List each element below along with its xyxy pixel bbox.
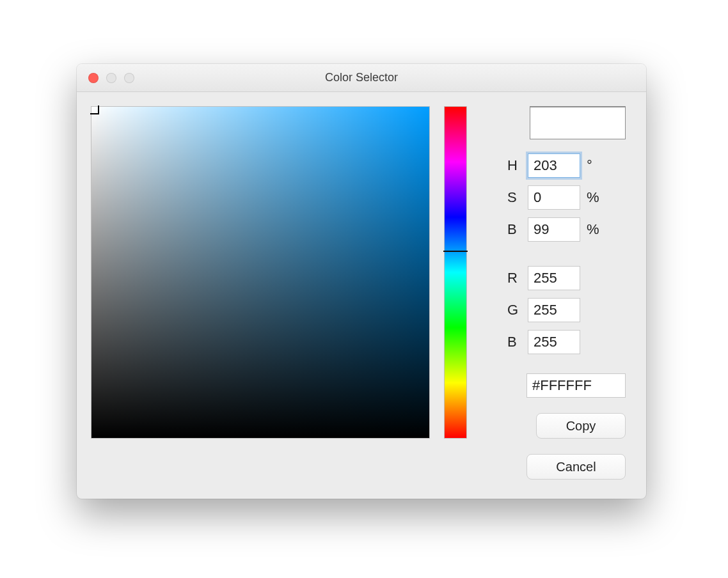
percent-unit: % <box>587 221 601 238</box>
hue-input[interactable] <box>528 153 580 178</box>
percent-unit: % <box>587 189 601 206</box>
brightness-label: B <box>507 221 521 238</box>
titlebar: Color Selector <box>77 64 646 92</box>
hue-label: H <box>507 157 521 174</box>
saturation-field-row: S % <box>507 185 626 210</box>
right-panel: H ° S % B % R G <box>481 106 632 485</box>
color-swatch <box>530 106 626 139</box>
color-selector-window: Color Selector H ° S % B % <box>77 64 646 499</box>
saturation-brightness-picker[interactable] <box>91 106 430 439</box>
traffic-lights <box>77 73 134 83</box>
brightness-field-row: B % <box>507 217 626 242</box>
blue-input[interactable] <box>528 330 580 354</box>
red-input[interactable] <box>528 266 580 290</box>
hex-input[interactable] <box>526 373 626 398</box>
content-area: H ° S % B % R G <box>77 92 646 499</box>
hue-slider[interactable] <box>444 106 467 439</box>
hue-field-row: H ° <box>507 153 626 178</box>
blue-field-row: B <box>507 330 626 354</box>
brightness-input[interactable] <box>528 217 580 242</box>
sb-cursor-icon <box>90 105 99 114</box>
cancel-button[interactable]: Cancel <box>526 454 626 480</box>
green-field-row: G <box>507 298 626 322</box>
blue-label: B <box>507 334 521 350</box>
red-field-row: R <box>507 266 626 290</box>
saturation-label: S <box>507 189 521 206</box>
degree-unit: ° <box>587 157 601 174</box>
red-label: R <box>507 270 521 286</box>
close-window-button[interactable] <box>88 73 99 83</box>
green-input[interactable] <box>528 298 580 322</box>
minimize-window-button[interactable] <box>106 73 116 83</box>
green-label: G <box>507 302 521 318</box>
saturation-input[interactable] <box>528 185 580 210</box>
window-title: Color Selector <box>77 71 646 84</box>
hue-indicator-icon <box>443 251 468 252</box>
maximize-window-button[interactable] <box>124 73 134 83</box>
copy-button[interactable]: Copy <box>536 413 626 439</box>
